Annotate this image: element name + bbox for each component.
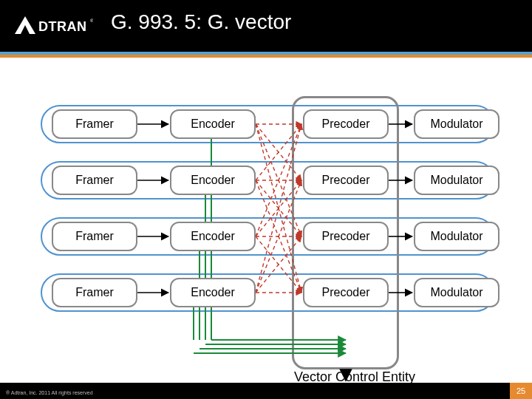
precoder-block: Precoder <box>303 278 389 307</box>
encoder-block: Encoder <box>170 278 256 307</box>
slide-title: G. 993. 5: G. vector <box>111 10 510 34</box>
precoder-block: Precoder <box>303 166 389 195</box>
encoder-block: Encoder <box>170 222 256 251</box>
slide-footer: ® Adtran, Inc. 2011 All rights reserved … <box>0 383 532 399</box>
modulator-block: Modulator <box>414 278 499 307</box>
encoder-block: Encoder <box>170 166 256 195</box>
framer-block: Framer <box>52 166 137 195</box>
page-number: 25 <box>510 383 532 399</box>
svg-text:DTRAN: DTRAN <box>38 19 87 34</box>
copyright-text: ® Adtran, Inc. 2011 All rights reserved <box>6 390 93 395</box>
gvector-diagram: Framer Encoder Precoder Modulator Framer… <box>0 89 532 325</box>
svg-text:®: ® <box>90 18 93 23</box>
framer-block: Framer <box>52 222 137 251</box>
slide: DTRAN ® G. 993. 5: G. vector <box>0 0 532 399</box>
framer-block: Framer <box>52 278 137 307</box>
encoder-block: Encoder <box>170 109 256 139</box>
precoder-block: Precoder <box>303 109 389 139</box>
modulator-block: Modulator <box>414 222 499 251</box>
modulator-block: Modulator <box>414 109 499 139</box>
framer-block: Framer <box>52 109 137 139</box>
precoder-block: Precoder <box>303 222 389 251</box>
modulator-block: Modulator <box>414 166 499 195</box>
adtran-logo: DTRAN ® <box>13 15 93 37</box>
framer-to-encoder <box>137 124 168 293</box>
title-bar: DTRAN ® G. 993. 5: G. vector <box>0 0 532 58</box>
accent-stripe-orange <box>0 55 532 58</box>
